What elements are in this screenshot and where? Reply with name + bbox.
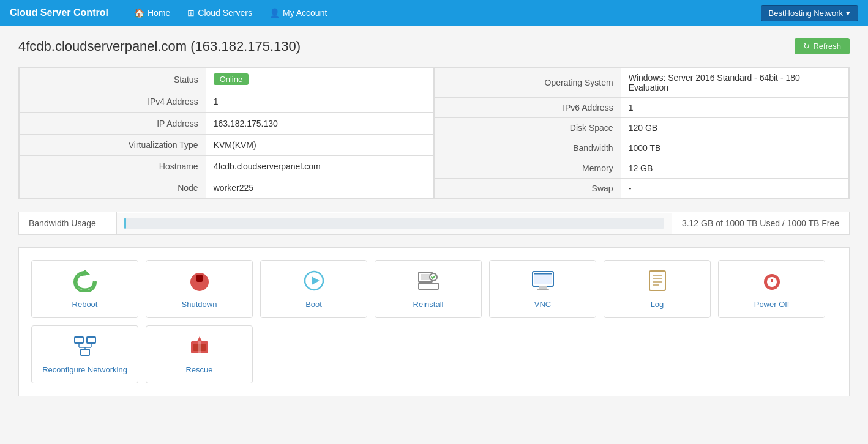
row-value: worker225 (206, 177, 433, 198)
reboot-icon (73, 270, 97, 295)
row-label: IPv6 Address (435, 98, 621, 118)
action-reinstall-button[interactable]: Reinstall (375, 260, 482, 318)
bandwidth-bar-bg (124, 218, 664, 229)
row-label: Bandwidth (435, 138, 621, 158)
nav-cloud-servers[interactable]: ⊞ Cloud Servers (180, 4, 260, 21)
row-value: Windows: Server 2016 Standard - 64bit - … (621, 68, 848, 98)
server-info-right: Operating SystemWindows: Server 2016 Sta… (434, 67, 849, 199)
table-row: IPv6 Address1 (435, 98, 849, 118)
action-vnc-button[interactable]: VNC (489, 260, 596, 318)
row-value: 1 (206, 91, 433, 113)
page-header: 4fcdb.cloudserverpanel.com (163.182.175.… (18, 38, 850, 54)
action-boot-label: Boot (305, 300, 322, 309)
rescue-icon (187, 335, 212, 360)
svg-rect-13 (537, 289, 549, 290)
action-reinstall-label: Reinstall (413, 300, 444, 309)
svg-marker-31 (197, 336, 202, 341)
table-row: Memory12 GB (435, 158, 849, 179)
table-row: IP Address163.182.175.130 (20, 113, 434, 134)
action-poweroff-label: Power Off (754, 300, 790, 309)
status-badge: Online (214, 73, 249, 85)
row-label: Status (20, 68, 206, 91)
row-value: Online (206, 68, 433, 91)
navbar-brand: Cloud Server Control (10, 7, 108, 18)
action-reboot-button[interactable]: Reboot (31, 260, 138, 318)
navbar-right: BestHosting Network ▾ (761, 5, 858, 21)
action-vnc-label: VNC (534, 300, 551, 309)
svg-rect-12 (539, 286, 547, 289)
row-value: 4fcdb.cloudserverpanel.com (206, 155, 433, 177)
row-value: 12 GB (621, 158, 848, 179)
navbar-nav: 🏠 Home ⊞ Cloud Servers 👤 My Account (127, 4, 761, 21)
svg-rect-6 (421, 274, 430, 280)
row-value: - (621, 179, 848, 199)
svg-rect-10 (534, 273, 552, 284)
table-row: Swap- (435, 179, 849, 199)
action-shutdown-button[interactable]: Shutdown (146, 260, 253, 318)
besthosting-dropdown[interactable]: BestHosting Network ▾ (761, 5, 858, 21)
row-label: Memory (435, 158, 621, 179)
server-info-left: StatusOnlineIPv4 Address1IP Address163.1… (19, 67, 434, 199)
row-label: Operating System (435, 68, 621, 98)
network-icon (73, 335, 97, 360)
nav-home[interactable]: 🏠 Home (127, 4, 178, 21)
bandwidth-used-text: 3.12 GB of 1000 TB Used / 1000 TB Free (672, 213, 849, 233)
svg-rect-23 (87, 337, 95, 343)
svg-rect-14 (649, 271, 665, 290)
svg-rect-32 (198, 341, 201, 355)
action-poweroff-button[interactable]: Power Off (718, 260, 825, 318)
chevron-down-icon: ▾ (846, 9, 850, 18)
log-icon (645, 270, 670, 295)
navbar: Cloud Server Control 🏠 Home ⊞ Cloud Serv… (0, 0, 868, 26)
row-label: IPv4 Address (20, 91, 206, 113)
action-reconfigure_networking-button[interactable]: Reconfigure Networking (31, 325, 138, 383)
actions-grid: RebootShutdownBootReinstallVNCLogPower O… (31, 260, 837, 383)
poweroff-icon (760, 270, 784, 295)
row-value: KVM(KVM) (206, 134, 433, 155)
bandwidth-bar-wrap (117, 213, 672, 234)
table-row: StatusOnline (20, 68, 434, 91)
row-value: 1 (621, 98, 848, 118)
table-row: IPv4 Address1 (20, 91, 434, 113)
action-log-label: Log (651, 300, 664, 309)
shutdown-icon (187, 270, 212, 295)
table-row: Bandwidth1000 TB (435, 138, 849, 158)
action-rescue-button[interactable]: Rescue (146, 325, 253, 383)
row-value: 120 GB (621, 118, 848, 138)
refresh-icon: ↻ (803, 42, 810, 51)
action-reconfigure_networking-label: Reconfigure Networking (42, 365, 127, 374)
bandwidth-label: Bandwidth Usage (19, 212, 117, 234)
page-title: 4fcdb.cloudserverpanel.com (163.182.175.… (18, 39, 301, 54)
table-row: Disk Space120 GB (435, 118, 849, 138)
row-value: 163.182.175.130 (206, 113, 433, 134)
page-content: 4fcdb.cloudserverpanel.com (163.182.175.… (0, 26, 868, 409)
table-row: Operating SystemWindows: Server 2016 Sta… (435, 68, 849, 98)
action-shutdown-label: Shutdown (182, 300, 217, 309)
row-label: Hostname (20, 155, 206, 177)
home-icon: 🏠 (134, 8, 144, 18)
nav-my-account[interactable]: 👤 My Account (262, 4, 334, 21)
table-row: Hostname4fcdb.cloudserverpanel.com (20, 155, 434, 177)
actions-container: RebootShutdownBootReinstallVNCLogPower O… (18, 247, 850, 396)
svg-rect-7 (419, 283, 438, 289)
grid-icon: ⊞ (187, 8, 195, 18)
table-row: Nodeworker225 (20, 177, 434, 198)
action-log-button[interactable]: Log (604, 260, 711, 318)
row-value: 1000 TB (621, 138, 848, 158)
svg-rect-2 (196, 275, 203, 282)
svg-rect-24 (81, 349, 89, 355)
bandwidth-bar-fill (124, 218, 126, 229)
row-label: IP Address (20, 113, 206, 134)
boot-icon (302, 270, 326, 295)
server-info-grid: StatusOnlineIPv4 Address1IP Address163.1… (18, 67, 850, 199)
bandwidth-container: Bandwidth Usage 3.12 GB of 1000 TB Used … (18, 212, 850, 235)
action-boot-button[interactable]: Boot (260, 260, 367, 318)
svg-rect-22 (75, 337, 83, 343)
refresh-button[interactable]: ↻ Refresh (795, 38, 850, 54)
row-label: Node (20, 177, 206, 198)
action-reboot-label: Reboot (72, 300, 98, 309)
action-rescue-label: Rescue (185, 365, 212, 374)
row-label: Virtualization Type (20, 134, 206, 155)
row-label: Disk Space (435, 118, 621, 138)
svg-marker-4 (312, 276, 320, 285)
